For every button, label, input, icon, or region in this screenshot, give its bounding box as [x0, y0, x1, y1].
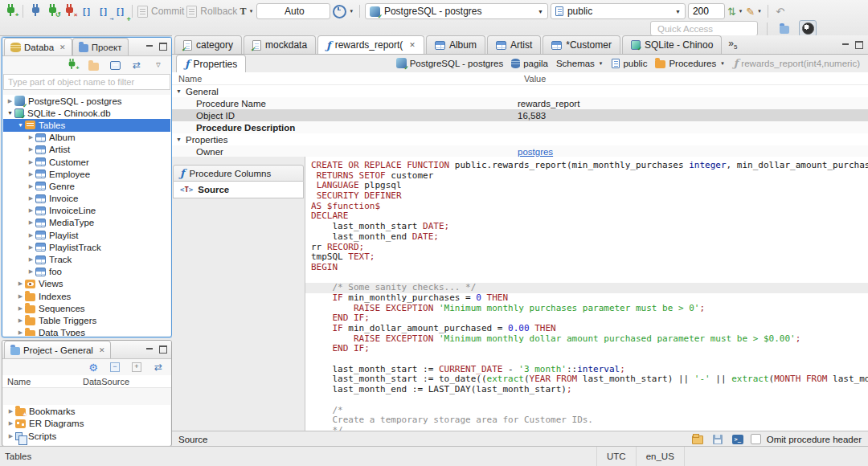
rollback-button[interactable]: Rollback: [186, 3, 237, 19]
link-with-editor-icon[interactable]: ⇄: [129, 57, 144, 73]
transaction-mode-select[interactable]: Auto: [256, 3, 330, 19]
expand-arrow-icon[interactable]: ▶: [27, 171, 35, 178]
tree-item-invoiceline[interactable]: ▶InvoiceLine: [3, 205, 170, 217]
editor-tab-rewards-report-[interactable]: ƒrewards_report(✕: [317, 35, 424, 54]
hidden-tabs-indicator[interactable]: »5: [728, 38, 737, 51]
breadcrumb-item-schemas[interactable]: Schemas▾: [556, 59, 604, 68]
new-connection-icon[interactable]: +: [64, 57, 79, 73]
expand-arrow-icon[interactable]: ▶: [6, 98, 14, 104]
collapse-arrow-icon[interactable]: ▼: [6, 110, 14, 116]
editor-tab--customer[interactable]: *Customer: [542, 35, 620, 54]
expand-arrow-icon[interactable]: ▶: [27, 195, 35, 202]
expand-arrow-icon[interactable]: ▶: [27, 256, 35, 263]
breadcrumb-item-postgresql-postgres[interactable]: PostgreSQL - postgres: [396, 58, 504, 68]
sql-editor-icon[interactable]: []: [79, 3, 93, 19]
expand-arrow-icon[interactable]: ▶: [27, 183, 35, 190]
view-menu-icon[interactable]: ▽: [151, 57, 166, 73]
commit-button[interactable]: Commit: [137, 3, 184, 19]
property-value-link[interactable]: postgres: [518, 147, 553, 157]
new-folder-icon[interactable]: [86, 57, 100, 73]
expand-arrow-icon[interactable]: ▶: [6, 408, 15, 415]
tab-projects[interactable]: Проект: [72, 38, 129, 55]
reconnect-icon[interactable]: ↺: [45, 3, 59, 19]
expand-all-icon[interactable]: +: [129, 359, 144, 375]
tree-item-views[interactable]: ▶Views: [3, 278, 170, 290]
dbeaver-perspective-icon[interactable]: [799, 20, 817, 37]
chevron-down-icon[interactable]: ▾: [598, 60, 604, 67]
expand-arrow-icon[interactable]: ▶: [27, 268, 35, 275]
settings-gear-icon[interactable]: ⚙: [86, 359, 100, 375]
editor-tab-album[interactable]: Album: [426, 35, 485, 54]
expand-arrow-icon[interactable]: ▶: [6, 433, 15, 439]
open-console-icon[interactable]: >_: [731, 431, 745, 448]
tab-properties[interactable]: ƒ Properties: [176, 55, 246, 72]
expand-arrow-icon[interactable]: ▶: [27, 159, 35, 166]
quick-access-input[interactable]: [650, 21, 758, 36]
tree-item-track[interactable]: ▶Track: [3, 253, 170, 265]
tree-item-sequences[interactable]: ▶Sequences: [3, 302, 170, 314]
close-icon[interactable]: ✕: [409, 41, 416, 49]
tree-item-artist[interactable]: ▶Artist: [3, 144, 170, 156]
editor-tab-sqlite-chinoo[interactable]: SQLite - Chinoo: [622, 35, 722, 54]
expand-arrow-icon[interactable]: ▶: [16, 305, 25, 312]
property-row-object-id[interactable]: Object ID16,583: [172, 109, 868, 121]
transaction-log-icon[interactable]: T▾: [240, 3, 254, 19]
maximize-editor-icon[interactable]: [855, 41, 863, 49]
tree-item-mediatype[interactable]: ▶MediaType: [3, 217, 170, 229]
breadcrumb-item-rewards-report-int4-numeric-[interactable]: ƒrewards_report(int4,numeric): [734, 58, 860, 68]
tree-item-playlisttrack[interactable]: ▶PlaylistTrack: [3, 241, 170, 253]
open-file-icon[interactable]: [690, 431, 705, 448]
close-icon[interactable]: ✕: [59, 43, 66, 51]
minimize-editor-icon[interactable]: [841, 41, 850, 48]
object-filter-input[interactable]: [3, 74, 170, 90]
expand-arrow-icon[interactable]: ▶: [27, 146, 35, 153]
expand-arrow-icon[interactable]: ▶: [16, 329, 25, 336]
history-icon[interactable]: ▾: [333, 3, 354, 19]
collapse-all-icon[interactable]: [108, 57, 122, 73]
editor-tab-mockdata[interactable]: mockdata: [244, 35, 316, 54]
expand-arrow-icon[interactable]: ▶: [27, 244, 35, 251]
maximize-panel-icon[interactable]: [159, 43, 167, 51]
tab-database-navigator[interactable]: Databa ✕: [4, 38, 72, 55]
collapse-arrow-icon[interactable]: ▼: [172, 137, 186, 142]
expand-arrow-icon[interactable]: ▶: [16, 280, 25, 287]
tree-item-employee[interactable]: ▶Employee: [3, 168, 170, 180]
editor-tab-category[interactable]: category: [174, 35, 242, 54]
side-tab-source[interactable]: <T>Source: [173, 182, 304, 198]
omit-procedure-header-checkbox[interactable]: [751, 434, 761, 444]
column-datasource[interactable]: DataSource: [83, 377, 129, 386]
refresh-icon[interactable]: ⇅▾: [727, 3, 743, 19]
undo-icon[interactable]: ↶: [773, 3, 788, 19]
disconnect-icon[interactable]: ×: [62, 3, 76, 19]
column-name[interactable]: Name: [172, 74, 524, 84]
tab-project-general[interactable]: Project - General ✕: [4, 341, 111, 358]
save-to-file-icon[interactable]: [710, 431, 725, 448]
project-item-bookmarks[interactable]: ▶Bookmarks: [3, 405, 170, 418]
new-connection-icon[interactable]: +: [3, 3, 18, 19]
locale-indicator[interactable]: en_US: [637, 447, 685, 466]
expand-arrow-icon[interactable]: ▶: [27, 232, 35, 239]
property-row-general[interactable]: ▼General: [172, 85, 868, 97]
tree-item-data-types[interactable]: ▶Data Types: [3, 327, 170, 336]
open-sql-script-icon[interactable]: []→: [96, 3, 110, 19]
expand-arrow-icon[interactable]: ▶: [27, 134, 35, 141]
breadcrumb-item-pagila[interactable]: pagila: [511, 59, 548, 68]
collapse-all-icon[interactable]: −: [108, 359, 122, 375]
project-item-er-diagrams[interactable]: ▶ER Diagrams: [3, 418, 170, 431]
expand-arrow-icon[interactable]: ▶: [27, 207, 35, 214]
tree-item-genre[interactable]: ▶Genre: [3, 180, 170, 192]
property-row-procedure-name[interactable]: Procedure Namerewards_report: [172, 97, 868, 109]
column-name[interactable]: Name: [2, 377, 83, 386]
chevron-down-icon[interactable]: ▾: [719, 60, 726, 67]
breadcrumb-item-procedures[interactable]: Procedures▾: [655, 58, 725, 68]
edit-icon[interactable]: ✎▾: [746, 3, 762, 19]
property-row-properties[interactable]: ▼Properties: [172, 133, 868, 145]
editor-tab-artist[interactable]: Artist: [487, 35, 541, 54]
expand-arrow-icon[interactable]: ▶: [27, 219, 35, 226]
tree-item-tables[interactable]: ▼Tables: [3, 119, 170, 131]
tree-item-indexes[interactable]: ▶Indexes: [3, 290, 170, 302]
collapse-arrow-icon[interactable]: ▼: [172, 88, 186, 94]
schema-select[interactable]: public ▼: [551, 3, 686, 19]
tree-item-table-triggers[interactable]: ▶Table Triggers: [3, 314, 170, 326]
expand-arrow-icon[interactable]: ▶: [16, 317, 25, 324]
